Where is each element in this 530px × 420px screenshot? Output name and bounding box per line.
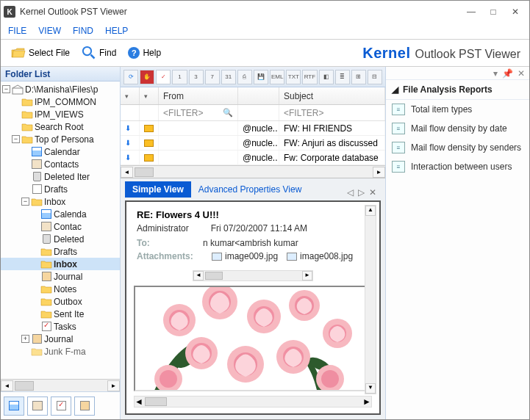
- tb-31[interactable]: 31: [221, 70, 236, 84]
- report-mail-flow-date[interactable]: ≡Mail flow density by date: [386, 119, 529, 138]
- body-hscrollbar[interactable]: ◄ ►: [134, 396, 372, 408]
- select-file-button[interactable]: Select File: [7, 43, 74, 63]
- tree-root[interactable]: − D:\Manisha\Files\p: [1, 83, 120, 95]
- tab-simple-view[interactable]: Simple View: [125, 181, 191, 198]
- tree-item[interactable]: IPM_COMMON: [1, 95, 120, 108]
- pin-icon[interactable]: 📌: [502, 68, 513, 79]
- scroll-down-icon[interactable]: ▼: [365, 383, 376, 394]
- grid-row[interactable]: ⬇ @nucle.. FW: Anjuri as discussed: [121, 136, 385, 151]
- col-to[interactable]: [238, 87, 279, 104]
- tb-refresh[interactable]: ⟳: [123, 70, 138, 84]
- tb-1[interactable]: 1: [172, 70, 187, 84]
- menu-file[interactable]: FILE: [8, 26, 26, 36]
- close-panel-icon[interactable]: ✕: [518, 68, 525, 79]
- menu-view[interactable]: VIEW: [38, 26, 61, 36]
- tree-hscrollbar[interactable]: ◄ ►: [1, 379, 120, 391]
- scroll-left-icon[interactable]: ◄: [193, 271, 204, 280]
- col-icon[interactable]: ▾: [140, 87, 159, 104]
- attachments-scrollbar[interactable]: ◄ ►: [193, 270, 313, 281]
- collapse-icon[interactable]: −: [2, 85, 10, 93]
- menu-find[interactable]: FIND: [73, 26, 93, 36]
- tb-save[interactable]: 💾: [254, 70, 268, 84]
- tree-item[interactable]: Journal: [1, 270, 120, 283]
- body-vscrollbar[interactable]: ▲ ▼: [365, 205, 376, 394]
- view-contacts-button[interactable]: [27, 397, 48, 416]
- tb-eml[interactable]: EML: [270, 70, 284, 84]
- scroll-left-icon[interactable]: ◄: [135, 397, 143, 407]
- scroll-thumb[interactable]: [145, 397, 167, 406]
- tree-item-deleted[interactable]: Deleted Iter: [1, 170, 120, 183]
- tree-item[interactable]: Deleted: [1, 233, 120, 245]
- tree-item[interactable]: Calenda: [1, 208, 120, 220]
- nav-close-icon[interactable]: ✕: [369, 187, 376, 198]
- tree-item-inbox[interactable]: −Inbox: [1, 195, 120, 208]
- view-journal-button[interactable]: [74, 397, 95, 416]
- tree-item-calendar[interactable]: Calendar: [1, 145, 120, 158]
- tb-html[interactable]: ◧: [319, 70, 334, 84]
- scroll-right-icon[interactable]: ►: [373, 167, 385, 178]
- scroll-right-icon[interactable]: ►: [362, 397, 371, 407]
- scroll-thumb[interactable]: [135, 167, 154, 177]
- tb-msg1[interactable]: ⊞: [351, 70, 366, 84]
- menu-help[interactable]: HELP: [105, 26, 128, 36]
- tree-item[interactable]: Junk F-ma: [1, 345, 120, 358]
- scroll-right-icon[interactable]: ►: [302, 271, 312, 280]
- tree-item[interactable]: Sent Ite: [1, 308, 120, 320]
- tree-item-contacts[interactable]: Contacts: [1, 158, 120, 170]
- filter-subject[interactable]: <FILTER>🔍: [279, 105, 385, 120]
- tree-item[interactable]: Drafts: [1, 245, 120, 258]
- tree-item[interactable]: Outbox: [1, 295, 120, 308]
- tree-item[interactable]: −Top of Persona: [1, 133, 120, 145]
- attachment-item[interactable]: image009.jpg: [212, 251, 278, 261]
- grid-row[interactable]: ⬇ @nucle.. Fw: Corporate database: [121, 151, 385, 165]
- tb-msg2[interactable]: ⊟: [368, 70, 382, 84]
- close-button[interactable]: ✕: [504, 4, 526, 20]
- find-button[interactable]: Find: [77, 43, 121, 63]
- grid-row[interactable]: ⬇ @nucle.. FW: HI FRIENDS: [121, 121, 385, 136]
- tb-print[interactable]: ⎙: [237, 70, 252, 84]
- tb-stop[interactable]: ✋: [140, 70, 154, 84]
- tb-rtf[interactable]: RTF: [302, 70, 317, 84]
- nav-next-icon[interactable]: ▷: [358, 187, 365, 198]
- nav-prev-icon[interactable]: ◁: [347, 187, 354, 198]
- collapse-icon[interactable]: −: [21, 198, 29, 206]
- scroll-thumb[interactable]: [205, 272, 223, 280]
- tree-item[interactable]: Contac: [1, 220, 120, 233]
- tb-pdf[interactable]: ≣: [335, 70, 350, 84]
- report-total-item-types[interactable]: ≡Total item types: [386, 100, 529, 119]
- folder-tree[interactable]: − D:\Manisha\Files\p IPM_COMMON IPM_VIEW…: [1, 82, 120, 379]
- grid-hscrollbar[interactable]: ◄ ►: [121, 165, 385, 178]
- scroll-right-icon[interactable]: ►: [107, 380, 120, 391]
- col-flag[interactable]: ▾: [121, 87, 140, 104]
- scroll-left-icon[interactable]: ◄: [1, 380, 13, 391]
- search-icon[interactable]: 🔍: [223, 108, 233, 117]
- tb-7[interactable]: 7: [205, 70, 220, 84]
- tree-item[interactable]: Tasks: [1, 320, 120, 333]
- tb-check[interactable]: ✓: [156, 70, 171, 84]
- col-subject[interactable]: Subject: [279, 87, 385, 104]
- tab-advanced-view[interactable]: Advanced Properties View: [191, 181, 309, 198]
- tb-3[interactable]: 3: [189, 70, 204, 84]
- expand-icon[interactable]: +: [21, 335, 29, 343]
- collapse-icon[interactable]: −: [12, 135, 20, 143]
- help-button[interactable]: ? Help: [123, 44, 165, 62]
- tree-item[interactable]: Search Root: [1, 120, 120, 133]
- view-tasks-button[interactable]: [51, 397, 71, 416]
- scroll-up-icon[interactable]: ▲: [365, 206, 376, 216]
- tree-item-drafts[interactable]: Drafts: [1, 183, 120, 195]
- maximize-button[interactable]: □: [482, 4, 504, 20]
- attachment-item[interactable]: image008.jpg: [287, 251, 353, 261]
- report-interaction-users[interactable]: ≡Interaction between users: [386, 157, 529, 176]
- filter-from[interactable]: <FILTER>🔍: [159, 105, 238, 120]
- report-mail-flow-senders[interactable]: ≡Mail flow density by senders: [386, 138, 529, 157]
- tree-item[interactable]: IPM_VIEWS: [1, 108, 120, 120]
- tree-item[interactable]: Notes: [1, 283, 120, 295]
- tree-item[interactable]: +Journal: [1, 333, 120, 345]
- scroll-thumb[interactable]: [15, 381, 34, 391]
- col-from[interactable]: From: [159, 87, 238, 104]
- tree-item-inbox-selected[interactable]: Inbox: [1, 258, 120, 270]
- scroll-left-icon[interactable]: ◄: [121, 167, 133, 178]
- dropdown-icon[interactable]: ▾: [493, 68, 498, 79]
- view-mail-button[interactable]: [4, 397, 24, 416]
- tb-txt[interactable]: TXT: [286, 70, 301, 84]
